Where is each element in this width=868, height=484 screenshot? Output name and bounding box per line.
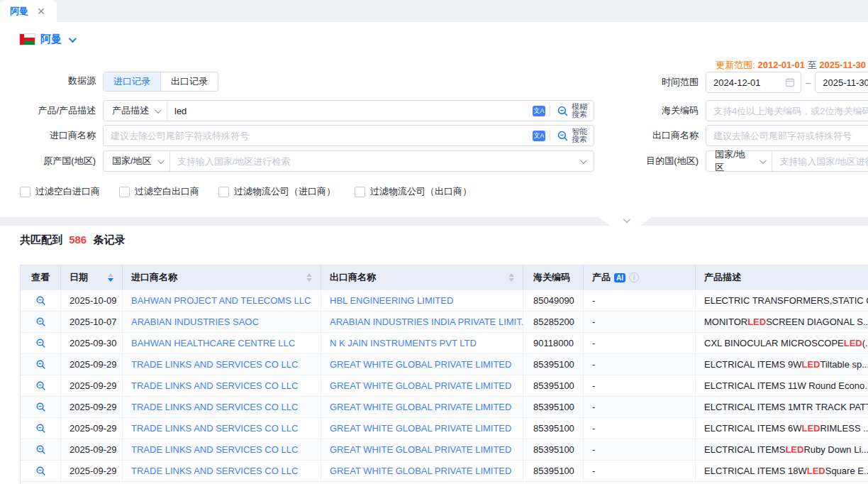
importer-link[interactable]: ARABIAN INDUSTRIES SAOC <box>131 317 259 327</box>
destination-country-select[interactable]: 国家/地区 <box>706 151 772 171</box>
view-record-button[interactable] <box>21 439 61 460</box>
sort-icon-exporter[interactable] <box>508 273 514 282</box>
country-selector[interactable]: 阿曼 <box>20 33 74 46</box>
view-record-button[interactable] <box>21 312 61 332</box>
exporter-link[interactable]: GREAT WHITE GLOBAL PRIVATE LIMITED <box>330 444 511 455</box>
sort-icon-date[interactable] <box>108 273 113 282</box>
product-type-select[interactable]: 产品描述 <box>104 101 167 121</box>
product-cell: - <box>584 354 696 375</box>
destination-country-group: 国家/地区 <box>706 150 868 172</box>
table-row-clipped <box>21 481 868 484</box>
product-desc-cell: ELCTRICAL ITEMS 11W Round Econo... <box>696 375 868 396</box>
results-summary: 共匹配到 586 条记录 <box>20 233 125 247</box>
filter-checkbox[interactable]: 过滤空白出口商 <box>119 185 199 198</box>
filter-checkbox[interactable]: 过滤空白进口商 <box>20 185 100 198</box>
exporter-link[interactable]: GREAT WHITE GLOBAL PRIVATE LIMITED <box>330 402 511 412</box>
filter-checkbox[interactable]: 过滤物流公司（出口商） <box>355 185 472 198</box>
col-importer: 进口商名称 <box>123 265 321 290</box>
product-cell: - <box>584 461 696 481</box>
product-cell: - <box>584 312 696 332</box>
product-cell: - <box>584 439 696 460</box>
exporter-link[interactable]: N K JAIN INSTRUMENTS PVT LTD <box>330 338 477 348</box>
importer-link[interactable]: TRADE LINKS AND SERVICES CO LLC <box>131 359 298 370</box>
country-name: 阿曼 <box>40 33 62 46</box>
update-range-start: 2012-01-01 <box>757 60 805 70</box>
date-cell: 2025-09-29 <box>61 439 123 460</box>
fuzzy-search-label: 模糊 搜索 <box>572 103 587 119</box>
hs-code-input[interactable] <box>706 101 868 121</box>
checkbox-icon[interactable] <box>20 187 30 197</box>
view-record-button[interactable] <box>21 418 61 439</box>
importer-link[interactable]: BAHWAN PROJECT AND TELECOMS LLC <box>131 295 311 306</box>
importer-link[interactable]: TRADE LINKS AND SERVICES CO LLC <box>131 402 298 412</box>
update-range-end: 2025-11-30 <box>819 60 866 70</box>
hs-code-cell: 85285200 <box>523 312 584 332</box>
exporter-link[interactable]: ARABIAN INDUSTRIES INDIA PRIVATE LIMIT..… <box>330 317 523 327</box>
importer-link[interactable]: TRADE LINKS AND SERVICES CO LLC <box>131 380 298 391</box>
view-record-button[interactable] <box>21 333 61 353</box>
importer-link[interactable]: TRADE LINKS AND SERVICES CO LLC <box>131 444 298 455</box>
tab-oman[interactable]: 阿曼 ✕ <box>0 0 57 22</box>
tab-export-records[interactable]: 出口记录 <box>160 72 218 91</box>
close-icon[interactable]: ✕ <box>37 6 45 16</box>
magnifier-icon <box>35 317 46 327</box>
checkbox-icon[interactable] <box>355 187 365 197</box>
origin-country-label: 原产国(地区) <box>12 150 96 172</box>
filter-checkbox[interactable]: 过滤物流公司（进口商） <box>218 185 335 198</box>
tab-import-records[interactable]: 进口记录 <box>104 72 160 91</box>
view-record-button[interactable] <box>21 354 61 375</box>
col-product-label: 产品 <box>592 271 611 284</box>
exporter-link[interactable]: GREAT WHITE GLOBAL PRIVATE LIMITED <box>330 380 511 391</box>
table-row: 2025-09-29 TRADE LINKS AND SERVICES CO L… <box>21 460 868 481</box>
checkbox-icon[interactable] <box>218 187 229 197</box>
product-desc-cell: ELCTRICAL ITEMS 18W LED Square E... <box>696 461 868 481</box>
view-record-button[interactable] <box>21 397 61 417</box>
fuzzy-search-button[interactable]: 模糊 搜索 <box>550 101 594 121</box>
magnifier-icon <box>35 380 46 391</box>
product-input-group: 产品描述 文A 模糊 搜索 <box>103 100 594 121</box>
checkbox-label: 过滤空白进口商 <box>35 185 100 198</box>
product-cell: - <box>584 290 696 311</box>
hs-code-cell: 85395100 <box>523 375 584 396</box>
exporter-link[interactable]: GREAT WHITE GLOBAL PRIVATE LIMITED <box>330 466 511 476</box>
tab-bar: 阿曼 ✕ <box>0 0 868 22</box>
magnifier-icon <box>35 402 46 412</box>
start-date-input[interactable]: 2024-12-01 <box>706 72 801 93</box>
importer-link[interactable]: TRADE LINKS AND SERVICES CO LLC <box>131 466 298 476</box>
importer-link[interactable]: TRADE LINKS AND SERVICES CO LLC <box>131 423 298 434</box>
product-desc-cell: ELCTRICAL ITEMS 6W LED RIMLESS ... <box>696 418 868 439</box>
date-range-separator: – <box>806 77 811 88</box>
table-body: 2025-10-09 BAHWAN PROJECT AND TELECOMS L… <box>21 290 868 481</box>
sort-icon-importer[interactable] <box>306 273 312 282</box>
view-record-button[interactable] <box>21 461 61 481</box>
origin-country-input[interactable] <box>170 151 580 171</box>
checkbox-icon[interactable] <box>119 187 130 197</box>
product-input[interactable] <box>167 101 531 121</box>
update-range-word: 至 <box>808 60 817 70</box>
translate-icon[interactable]: 文A <box>533 131 545 141</box>
view-record-button[interactable] <box>21 290 61 311</box>
end-date-input[interactable]: 2025-11-30 <box>815 72 868 93</box>
update-range-label: 更新范围: <box>716 60 755 70</box>
tab-title: 阿曼 <box>10 5 28 18</box>
destination-country-select-value: 国家/地区 <box>715 148 754 174</box>
origin-country-select[interactable]: 国家/地区 <box>104 151 170 171</box>
exporter-link[interactable]: GREAT WHITE GLOBAL PRIVATE LIMITED <box>330 423 511 434</box>
view-record-button[interactable] <box>21 375 61 396</box>
destination-country-label: 目的国(地区) <box>615 150 699 172</box>
importer-link[interactable]: BAHWAN HEALTHCARE CENTRE LLC <box>131 338 295 348</box>
exporter-label: 出口商名称 <box>615 125 699 146</box>
product-cell: - <box>584 397 696 417</box>
chevron-down-icon <box>157 157 165 164</box>
exporter-link[interactable]: HBL ENGINEERING LIMITED <box>330 295 453 306</box>
exporter-link[interactable]: GREAT WHITE GLOBAL PRIVATE LIMITED <box>330 359 511 370</box>
date-cell: 2025-09-29 <box>61 397 123 417</box>
destination-country-input[interactable] <box>772 151 868 171</box>
exporter-input[interactable] <box>706 126 868 145</box>
translate-icon[interactable]: 文A <box>533 106 545 116</box>
importer-input[interactable] <box>104 126 531 145</box>
col-hs-code: 海关编码 <box>523 265 584 290</box>
info-icon[interactable]: i <box>629 273 639 282</box>
smart-search-button[interactable]: 智能 搜索 <box>550 126 594 145</box>
product-desc-cell: ELCTRICAL ITEMS 1MTR TRACK PATT... <box>696 397 868 417</box>
